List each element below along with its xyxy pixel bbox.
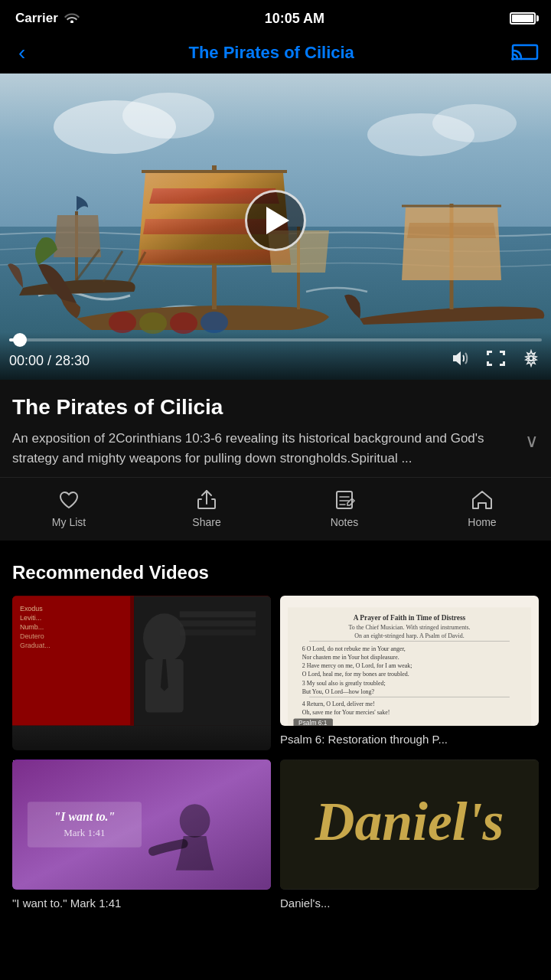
status-right bbox=[510, 12, 536, 24]
settings-button[interactable] bbox=[520, 349, 542, 372]
notes-button[interactable]: Notes bbox=[306, 488, 383, 528]
recommended-section: Recommended Videos bbox=[0, 547, 551, 923]
notes-icon bbox=[333, 488, 356, 511]
heart-icon bbox=[57, 488, 80, 511]
svg-text:4 Return, O Lord, deliver me!: 4 Return, O Lord, deliver me! bbox=[302, 701, 375, 707]
svg-rect-33 bbox=[180, 620, 256, 626]
video-thumbnail-psalm6: A Prayer of Faith in Time of Distress To… bbox=[280, 596, 539, 726]
video-player[interactable]: 00:00 / 28:30 bbox=[0, 74, 551, 380]
svg-text:"I want to.": "I want to." bbox=[54, 810, 115, 823]
svg-text:A Prayer of Faith in Time of D: A Prayer of Faith in Time of Distress bbox=[354, 614, 466, 622]
svg-rect-28 bbox=[130, 596, 134, 726]
controls-row: 00:00 / 28:30 bbox=[9, 349, 542, 372]
nav-bar: ‹ The Pirates of Cilicia bbox=[0, 34, 551, 74]
svg-point-57 bbox=[180, 804, 210, 838]
svg-text:Numb...: Numb... bbox=[20, 623, 44, 631]
home-button[interactable]: Home bbox=[444, 488, 520, 528]
svg-text:Exodus: Exodus bbox=[20, 605, 43, 612]
video-thumbnail-mark: "I want to." Mark 1:41 bbox=[12, 760, 271, 890]
svg-text:O Lord, heal me, for my bones : O Lord, heal me, for my bones are troubl… bbox=[302, 671, 409, 678]
play-icon bbox=[266, 207, 289, 234]
video-card-psalm7[interactable]: Exodus Leviti... Numb... Deutero Graduat… bbox=[12, 596, 271, 750]
share-button[interactable]: Share bbox=[168, 488, 245, 528]
video-card-title-mark: "I want to." Mark 1:41 bbox=[12, 896, 271, 911]
total-time: 28:30 bbox=[55, 353, 90, 368]
fullscreen-button[interactable] bbox=[485, 349, 507, 372]
video-info: The Pirates of Cilicia An exposition of … bbox=[0, 380, 551, 478]
battery-icon bbox=[510, 12, 536, 24]
psalm6-thumbnail-svg: A Prayer of Faith in Time of Distress To… bbox=[288, 603, 531, 726]
svg-text:3 My soul also is greatly trou: 3 My soul also is greatly troubled; bbox=[302, 680, 386, 687]
svg-text:Psalm 6:1: Psalm 6:1 bbox=[298, 719, 328, 726]
svg-rect-32 bbox=[180, 611, 256, 617]
cast-button[interactable] bbox=[511, 42, 539, 64]
current-time: 00:00 bbox=[9, 353, 44, 368]
svg-point-10 bbox=[139, 312, 167, 334]
svg-text:Deutero: Deutero bbox=[20, 632, 44, 640]
nav-title: The Pirates of Cilicia bbox=[188, 43, 354, 63]
video-description: An exposition of 2Corinthians 10:3-6 rev… bbox=[12, 429, 525, 468]
home-label: Home bbox=[468, 516, 496, 528]
video-card-mark[interactable]: "I want to." Mark 1:41 "I want to." Mark… bbox=[12, 760, 271, 911]
share-label: Share bbox=[192, 516, 220, 528]
video-controls: 00:00 / 28:30 bbox=[0, 332, 551, 380]
svg-rect-34 bbox=[180, 629, 256, 635]
svg-point-4 bbox=[122, 93, 214, 139]
description-row: An exposition of 2Corinthians 10:3-6 rev… bbox=[12, 429, 539, 468]
video-thumbnail-daniel: Daniel's bbox=[280, 760, 539, 890]
video-grid: Exodus Leviti... Numb... Deutero Graduat… bbox=[12, 596, 539, 910]
svg-text:Graduat...: Graduat... bbox=[20, 642, 51, 649]
psalm7-thumbnail-svg: Exodus Leviti... Numb... Deutero Graduat… bbox=[12, 596, 271, 726]
svg-text:Mark 1:41: Mark 1:41 bbox=[64, 826, 105, 838]
status-left: Carrier bbox=[15, 11, 80, 27]
svg-point-12 bbox=[201, 312, 228, 333]
home-icon bbox=[471, 488, 494, 511]
expand-button[interactable]: ∨ bbox=[525, 429, 539, 452]
svg-rect-58 bbox=[28, 802, 142, 848]
svg-text:Oh, save me for Your mercies' : Oh, save me for Your mercies' sake! bbox=[302, 709, 390, 716]
video-title: The Pirates of Cilicia bbox=[12, 395, 539, 420]
progress-bar[interactable] bbox=[9, 338, 542, 341]
svg-point-1 bbox=[511, 57, 514, 60]
svg-text:To the Chief Musician. With st: To the Chief Musician. With stringed ins… bbox=[348, 624, 470, 631]
video-card-daniel[interactable]: Daniel's Daniel's... bbox=[280, 760, 539, 911]
svg-text:On an eight-stringed harp. A P: On an eight-stringed harp. A Psalm of Da… bbox=[354, 632, 465, 639]
video-card-title-daniel: Daniel's... bbox=[280, 896, 539, 911]
status-bar: Carrier 10:05 AM bbox=[0, 0, 551, 34]
svg-point-9 bbox=[109, 312, 136, 333]
progress-thumb[interactable] bbox=[13, 333, 27, 347]
time-separator: / bbox=[44, 353, 55, 368]
control-icons bbox=[450, 349, 542, 372]
my-list-button[interactable]: My List bbox=[31, 488, 107, 528]
svg-point-11 bbox=[170, 312, 197, 334]
status-time: 10:05 AM bbox=[265, 11, 324, 27]
svg-text:Leviti...: Leviti... bbox=[20, 614, 41, 622]
my-list-label: My List bbox=[52, 516, 86, 528]
share-icon bbox=[195, 488, 218, 511]
svg-text:2 Have mercy on me, O Lord, fo: 2 Have mercy on me, O Lord, for I am wea… bbox=[302, 662, 412, 669]
mark-thumbnail-svg: "I want to." Mark 1:41 bbox=[12, 760, 271, 890]
svg-text:But You, O Lord—how long?: But You, O Lord—how long? bbox=[302, 688, 375, 695]
action-bar: My List Share Notes Home bbox=[0, 478, 551, 547]
video-card-title-psalm6: Psalm 6: Restoration through P... bbox=[280, 732, 539, 747]
svg-point-30 bbox=[143, 613, 186, 662]
play-button[interactable] bbox=[245, 190, 306, 251]
svg-text:Nor chasten me in Your hot dis: Nor chasten me in Your hot displeasure. bbox=[302, 654, 399, 661]
svg-point-6 bbox=[432, 104, 517, 142]
video-card-psalm6[interactable]: A Prayer of Faith in Time of Distress To… bbox=[280, 596, 539, 750]
time-display: 00:00 / 28:30 bbox=[9, 353, 90, 369]
back-button[interactable]: ‹ bbox=[12, 38, 31, 68]
section-title: Recommended Videos bbox=[12, 562, 539, 583]
svg-text:6 O Lord, do not rebuke me in : 6 O Lord, do not rebuke me in Your anger… bbox=[302, 645, 406, 652]
daniel-thumbnail-svg: Daniel's bbox=[280, 760, 539, 890]
notes-label: Notes bbox=[331, 516, 359, 528]
carrier-label: Carrier bbox=[15, 11, 58, 26]
wifi-icon bbox=[64, 11, 80, 27]
svg-text:Daniel's: Daniel's bbox=[315, 790, 504, 851]
video-thumbnail-psalm7: Exodus Leviti... Numb... Deutero Graduat… bbox=[12, 596, 271, 750]
volume-button[interactable] bbox=[450, 349, 471, 372]
